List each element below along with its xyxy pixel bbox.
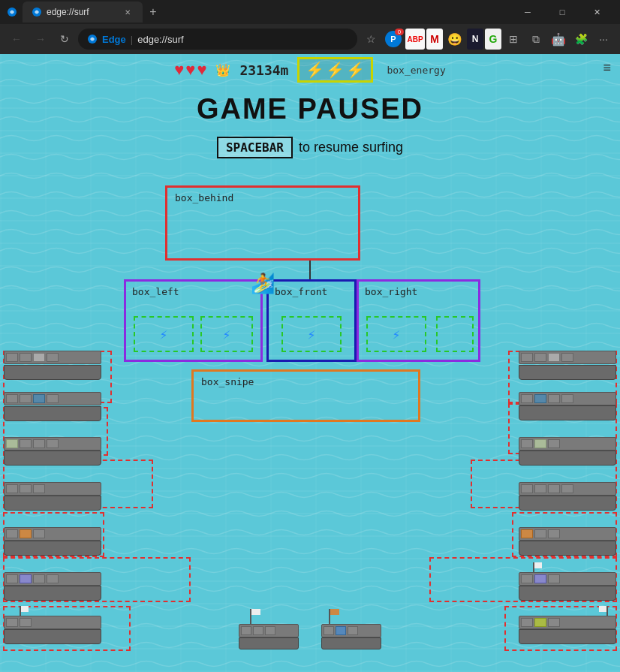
- hud: ♥ ♥ ♥ 👑 23134m ⚡ ⚡ ⚡ box_energy: [0, 57, 620, 83]
- bolt-left-icon: ⚡: [160, 327, 168, 342]
- profile-badge: 0: [395, 29, 404, 35]
- game-menu-button[interactable]: ≡: [603, 60, 611, 76]
- spacebar-key[interactable]: SPACEBAR: [217, 137, 293, 158]
- bolt-front-icon: ⚡: [308, 327, 316, 342]
- ship-left-5: [4, 527, 101, 556]
- hearts-display: ♥ ♥ ♥: [174, 60, 206, 80]
- m-extension-button[interactable]: M: [426, 29, 443, 50]
- heart-3: ♥: [197, 60, 206, 80]
- ship-left-2: [4, 392, 101, 421]
- heart-1: ♥: [174, 60, 184, 80]
- titlebar: edge://surf ✕ + ─ □ ✕: [0, 0, 620, 24]
- ship-right-4: [519, 482, 616, 511]
- address-bar[interactable]: Edge | edge://surf: [78, 29, 357, 50]
- box-right-inner-2: [436, 316, 474, 352]
- game-area: ♥ ♥ ♥ 👑 23134m ⚡ ⚡ ⚡ box_energy ≡ GAME P…: [0, 54, 620, 672]
- active-tab[interactable]: edge://surf ✕: [23, 2, 143, 23]
- box-snipe-label: box_snipe: [201, 376, 254, 387]
- ship-left-7: [4, 616, 101, 644]
- address-separator: |: [131, 34, 133, 45]
- collections-button[interactable]: ⊞: [503, 29, 524, 50]
- tab-title: edge://surf: [47, 7, 89, 17]
- copilot-button[interactable]: 🤖: [548, 29, 569, 50]
- ship-right-1: [519, 351, 616, 380]
- profile-button[interactable]: P 0: [383, 29, 404, 50]
- tab-close-button[interactable]: ✕: [122, 6, 134, 18]
- ship-right-7: [519, 616, 616, 644]
- ships-left: [0, 347, 128, 662]
- ship-right-2: [519, 392, 616, 420]
- bolt-right-icon: ⚡: [393, 327, 401, 342]
- close-button[interactable]: ✕: [579, 0, 614, 24]
- box-snipe: box_snipe: [191, 369, 420, 422]
- energy-label: box_energy: [387, 65, 445, 76]
- emoji-button[interactable]: 😀: [444, 29, 465, 50]
- ship-left-1: [4, 351, 101, 380]
- box-front-inner: ⚡: [281, 316, 342, 352]
- bolt-left2-icon: ⚡: [223, 327, 231, 342]
- crown-icon: 👑: [215, 63, 230, 77]
- address-url: edge://surf: [137, 34, 183, 45]
- minimize-button[interactable]: ─: [510, 0, 545, 24]
- refresh-button[interactable]: ↻: [54, 29, 75, 50]
- ship-left-3: [4, 437, 101, 466]
- ship-right-3: [519, 437, 616, 466]
- tab-favicon: [32, 7, 42, 17]
- extensions-button[interactable]: 🧩: [570, 29, 591, 50]
- box-left-inner: ⚡: [134, 316, 194, 352]
- box-right-label: box_right: [365, 286, 417, 297]
- edge-brand-label: Edge: [102, 34, 126, 45]
- abp-button[interactable]: ABP: [405, 29, 425, 50]
- ship-deck: [4, 351, 101, 364]
- split-screen-button[interactable]: ⧉: [525, 29, 546, 50]
- ships-center-bottom: [239, 624, 381, 649]
- maximize-button[interactable]: □: [545, 0, 579, 24]
- ship-right-6: [519, 572, 616, 601]
- ship-right-5: [519, 527, 616, 556]
- box-front: box_front ⚡: [266, 279, 357, 362]
- box-right-inner: ⚡: [366, 316, 426, 352]
- ship-left-6: [4, 572, 101, 601]
- ships-right: [492, 347, 620, 662]
- tab-area: edge://surf ✕ +: [23, 0, 506, 24]
- energy-box: ⚡ ⚡ ⚡: [297, 57, 373, 83]
- forward-button[interactable]: →: [30, 29, 51, 50]
- resume-text: SPACEBAR to resume surfing: [0, 137, 620, 158]
- n-extension-button[interactable]: N: [467, 29, 483, 50]
- box-behind: box_behind 🏄: [165, 185, 360, 261]
- more-button[interactable]: ···: [593, 29, 614, 50]
- favorites-button[interactable]: ☆: [360, 29, 381, 50]
- heart-2: ♥: [185, 60, 195, 80]
- box-left-inner-2: ⚡: [200, 316, 253, 352]
- box-left: box_left ⚡ ⚡: [124, 279, 263, 362]
- connector-line: [309, 261, 311, 282]
- surfer-character: 🏄: [251, 272, 275, 294]
- center-ship-2: [321, 624, 381, 649]
- resume-instruction: to resume surfing: [299, 140, 403, 155]
- lightning-2: ⚡: [326, 61, 345, 79]
- game-paused-title: GAME PAUSED: [0, 93, 620, 125]
- new-tab-button[interactable]: +: [143, 2, 164, 23]
- box-right: box_right ⚡: [357, 279, 480, 362]
- box-left-label: box_left: [132, 286, 179, 297]
- window-controls: ─ □ ✕: [510, 0, 614, 24]
- edge-logo-icon: [87, 34, 98, 44]
- browser-icon: [6, 6, 18, 18]
- toolbar-icons: ☆ P 0 ABP M 😀 N G ⊞ ⧉ 🤖 🧩 ···: [360, 29, 614, 50]
- lightning-3: ⚡: [346, 61, 365, 79]
- box-behind-label: box_behind: [175, 192, 233, 203]
- lightning-1: ⚡: [305, 61, 324, 79]
- addressbar: ← → ↻ Edge | edge://surf ☆ P 0 ABP M 😀 N…: [0, 24, 620, 54]
- g-extension-button[interactable]: G: [485, 29, 501, 50]
- center-ship-1: [239, 624, 299, 649]
- box-front-label: box_front: [275, 286, 327, 297]
- score-display: 23134m: [239, 62, 288, 78]
- ship-hull: [4, 365, 101, 380]
- ship-left-4: [4, 482, 101, 511]
- back-button[interactable]: ←: [6, 29, 27, 50]
